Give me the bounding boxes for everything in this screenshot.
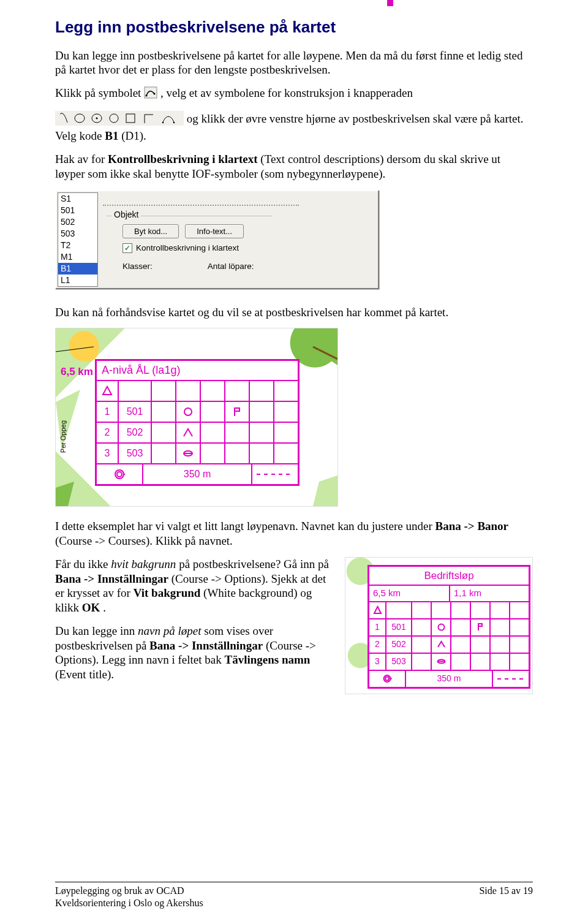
curve-tool-icon <box>144 86 157 102</box>
page-heading: Legg inn postbeskrivelsene på kartet <box>55 17 533 37</box>
cell <box>509 618 529 635</box>
km-b: 1,1 km <box>449 586 529 601</box>
footer-left-1: Løypelegging og bruk av OCAD <box>55 885 203 897</box>
svg-point-15 <box>184 408 192 415</box>
dialog-objekt-panel: S1 501 502 503 T2 M1 B1 L1 Objekt Byt ko… <box>55 190 379 289</box>
control-description-box: A-nivå ÅL (la1g) 1 501 <box>95 359 300 486</box>
footer-distance: 350 m <box>142 464 252 484</box>
text-bold: Bana -> Banor <box>435 520 508 532</box>
checkbox-label: Kontrollbeskrivning i klartext <box>136 243 239 254</box>
ctrl-desc-grid: 1 501 2 502 3 503 <box>97 380 298 463</box>
side-caption: Per Oppeg <box>59 420 68 453</box>
cell <box>200 422 224 442</box>
labels-row: Klasser: Antal löpare: <box>123 262 374 272</box>
cell <box>450 653 470 670</box>
paragraph-klartext: Hak av for Kontrollbeskrivning i klartex… <box>55 152 533 181</box>
cell <box>509 601 529 618</box>
paragraph-intro: Du kan legge inn postbeskrivelsene på ka… <box>55 48 533 78</box>
code-listbox[interactable]: S1 501 502 503 T2 M1 B1 L1 <box>58 192 98 287</box>
map-preview: 6,5 km Per Oppeg A-nivå ÅL (la1g) 1 501 <box>55 328 338 507</box>
cell <box>249 401 273 422</box>
cell <box>470 601 489 618</box>
paragraph-name-adjust: I dette eksemplet har vi valgt et litt l… <box>55 519 533 548</box>
km-a: 6,5 km <box>369 586 449 601</box>
cell <box>175 380 200 401</box>
text: Du kan legge inn <box>55 624 138 637</box>
cell <box>224 380 249 401</box>
text: Klikk på symbolet <box>55 86 144 99</box>
antal-lopare-label: Antal löpare: <box>208 262 254 272</box>
list-item[interactable]: L1 <box>58 275 97 286</box>
cell <box>151 422 175 442</box>
list-item[interactable]: 501 <box>58 205 97 216</box>
text-bold: Bana -> Innställningar <box>55 572 168 585</box>
footer-right: Side 15 av 19 <box>479 885 533 909</box>
text: (Event title). <box>55 668 114 681</box>
cell-code: 503 <box>385 653 411 670</box>
cell <box>450 601 470 618</box>
cell <box>509 653 529 670</box>
info-text-button[interactable]: Info-text... <box>185 224 244 238</box>
list-item[interactable]: S1 <box>58 193 97 205</box>
byt-kod-button[interactable]: Byt kod... <box>123 224 179 238</box>
list-item-selected[interactable]: B1 <box>58 263 97 275</box>
cell-code: 503 <box>118 442 151 463</box>
finish-circle-icon <box>97 464 142 484</box>
footer-left-2: Kveldsorientering i Oslo og Akershus <box>55 897 203 909</box>
cell <box>489 635 509 653</box>
cell-number: 1 <box>369 618 385 635</box>
cell-code: 502 <box>385 635 411 653</box>
svg-line-12 <box>56 347 94 352</box>
cell <box>249 442 273 463</box>
ctrl-footer: 350 m <box>369 670 529 687</box>
cell <box>450 635 470 653</box>
text-italic: navn på løpet <box>138 624 201 637</box>
text: . <box>103 601 106 614</box>
svg-point-24 <box>438 624 444 631</box>
cell <box>273 442 298 463</box>
cell <box>249 422 273 442</box>
svg-marker-14 <box>103 387 111 395</box>
pink-square-icon <box>387 0 393 6</box>
svg-point-2 <box>154 93 156 94</box>
cell-number: 1 <box>97 401 118 422</box>
paragraph-preview: Du kan nå forhåndsvise kartet og du vil … <box>55 305 533 320</box>
groupbox-objekt: Objekt Byt kod... Info-text... ✓ Kontrol… <box>108 211 374 278</box>
cell-number: 2 <box>369 635 385 653</box>
svg-point-29 <box>385 677 389 681</box>
text: (D1). <box>121 129 146 142</box>
ctrl-desc-header: A-nivå ÅL (la1g) <box>97 361 298 380</box>
symbol-knoll-icon <box>175 422 200 442</box>
code-b1: B1 <box>105 129 118 142</box>
svg-point-9 <box>162 121 164 123</box>
text-bold: Kontrollbeskrivning i klartext <box>108 153 258 165</box>
button-row: Byt kod... Info-text... <box>123 224 374 238</box>
dash-line-icon <box>252 464 298 484</box>
list-item[interactable]: T2 <box>58 240 97 251</box>
start-triangle-icon <box>97 380 118 401</box>
symbol-marsh-icon <box>175 442 200 463</box>
list-item[interactable]: M1 <box>58 251 97 263</box>
klasser-label: Klasser: <box>123 262 153 272</box>
cell <box>273 401 298 422</box>
svg-marker-23 <box>374 607 381 613</box>
text-bold: Tävlingens namn <box>225 653 311 666</box>
svg-line-13 <box>313 347 337 359</box>
start-triangle-icon <box>369 601 385 618</box>
cell <box>151 401 175 422</box>
text-italic: hvit bakgrunn <box>111 558 176 570</box>
page-footer: Løypelegging og bruk av OCAD Kveldsorien… <box>55 882 533 909</box>
list-item[interactable]: 503 <box>58 228 97 240</box>
klartext-checkbox-row[interactable]: ✓ Kontrollbeskrivning i klartext <box>123 243 374 254</box>
text: I dette eksemplet har vi valgt et litt l… <box>55 520 435 532</box>
symbol-knoll-icon <box>431 635 450 653</box>
text-bold: Bana -> Innställningar <box>149 639 263 652</box>
groupbox-label: Objekt <box>111 210 141 221</box>
checkbox-checked-icon[interactable]: ✓ <box>123 243 132 253</box>
symbol-circle-icon <box>431 618 450 635</box>
cell <box>273 422 298 442</box>
cell <box>411 635 431 653</box>
construction-toolbar-icons <box>55 111 184 129</box>
list-item[interactable]: 502 <box>58 216 97 228</box>
footer-distance: 350 m <box>405 671 493 687</box>
